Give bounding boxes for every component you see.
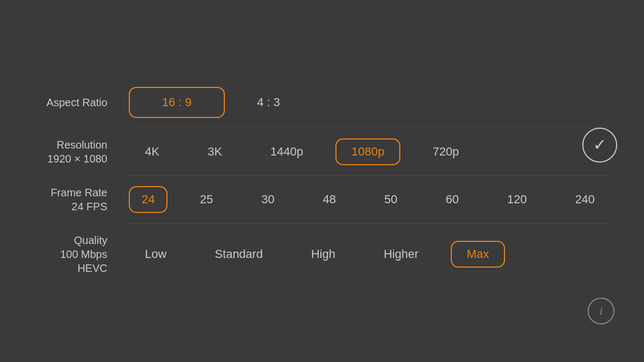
option-low[interactable]: Low	[129, 241, 182, 268]
option-50fps[interactable]: 50	[368, 186, 413, 213]
option-3k[interactable]: 3K	[192, 138, 238, 165]
frame-rate-row: Frame Rate24 FPS 24 25 30 48 50 60 120 2…	[21, 186, 612, 213]
option-4k[interactable]: 4K	[129, 138, 175, 165]
option-1080p[interactable]: 1080p	[335, 138, 400, 165]
aspect-ratio-row: Aspect Ratio 16 : 9 4 : 3	[21, 87, 612, 118]
aspect-ratio-label: Aspect Ratio	[21, 95, 129, 109]
option-standard[interactable]: Standard	[199, 241, 279, 268]
info-button[interactable]: i	[588, 298, 614, 324]
option-60fps[interactable]: 60	[429, 186, 474, 213]
divider-3	[129, 223, 612, 224]
option-48fps[interactable]: 48	[306, 186, 352, 213]
resolution-row: Resolution1920 × 1080 4K 3K 1440p 1080p …	[21, 138, 612, 166]
resolution-label: Resolution1920 × 1080	[21, 138, 129, 166]
option-16-9[interactable]: 16 : 9	[129, 87, 225, 118]
info-icon: i	[599, 304, 603, 318]
option-4-3[interactable]: 4 : 3	[241, 89, 296, 116]
quality-options: Low Standard High Higher Max	[129, 241, 505, 268]
frame-rate-options: 24 25 30 48 50 60 120 240	[129, 186, 611, 213]
option-24fps[interactable]: 24	[129, 186, 167, 213]
option-720p[interactable]: 720p	[416, 138, 475, 165]
option-25fps[interactable]: 25	[184, 186, 229, 213]
aspect-ratio-options: 16 : 9 4 : 3	[129, 87, 296, 118]
quality-row: Quality100 MbpsHEVC Low Standard High Hi…	[21, 233, 612, 275]
option-higher[interactable]: Higher	[368, 241, 435, 268]
quality-label: Quality100 MbpsHEVC	[21, 233, 129, 275]
check-icon: ✓	[593, 137, 606, 153]
option-max[interactable]: Max	[451, 241, 506, 268]
settings-panel: Aspect Ratio 16 : 9 4 : 3 Resolution1920…	[0, 0, 644, 362]
option-1440p[interactable]: 1440p	[254, 138, 319, 165]
option-high[interactable]: High	[295, 241, 352, 268]
option-120fps[interactable]: 120	[491, 186, 543, 213]
frame-rate-label: Frame Rate24 FPS	[21, 186, 129, 213]
option-240fps[interactable]: 240	[559, 186, 611, 213]
option-30fps[interactable]: 30	[245, 186, 290, 213]
resolution-options: 4K 3K 1440p 1080p 720p	[129, 138, 475, 165]
confirm-button[interactable]: ✓	[582, 128, 617, 162]
divider-1	[129, 128, 612, 128]
divider-2	[129, 175, 612, 176]
